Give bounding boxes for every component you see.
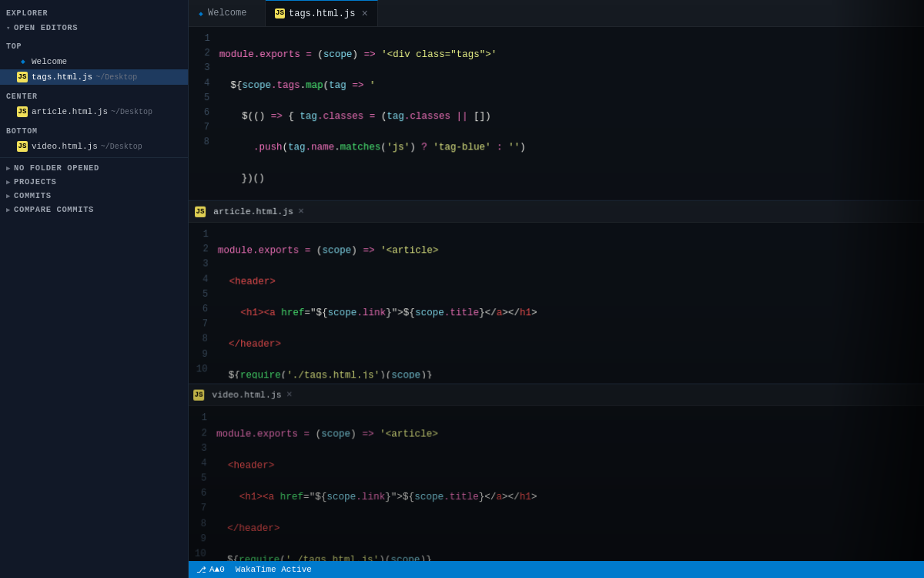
status-git: ⎇ A▲0 (196, 565, 225, 575)
panel-header-video: JS video.html.js × (189, 385, 924, 406)
tab-js-icon-tags: JS (275, 8, 285, 18)
git-branch-label: A▲0 (209, 565, 225, 574)
sidebar-item-video[interactable]: JS video.html.js ~/Desktop (0, 139, 188, 154)
compare-commits-label: COMPARE COMMITS (14, 205, 94, 214)
status-wakatime: WakaTime Active (236, 565, 312, 574)
main-editor: ⬥ Welcome JS tags.html.js × 12345678 mod… (189, 0, 924, 578)
panel-header-article: JS article.html.js × (189, 201, 924, 223)
open-editors-chevron: ▾ (6, 24, 11, 32)
sidebar-item-article[interactable]: JS article.html.js ~/Desktop (0, 104, 188, 119)
compare-commits-chevron: ▶ (6, 206, 11, 214)
code-content-tags: 12345678 module.exports = (scope) => '<d… (189, 27, 924, 200)
commits-chevron: ▶ (6, 192, 11, 200)
tab-close-tags[interactable]: × (361, 8, 367, 19)
js-icon-article: JS (17, 106, 28, 117)
top-group-label: TOP (0, 35, 188, 54)
tags-label: tags.html.js (32, 72, 92, 82)
line-numbers-tags: 12345678 (189, 32, 219, 196)
article-label: article.html.js (32, 107, 108, 116)
code-lines-video: module.exports = (scope) => '<article> <… (216, 411, 924, 578)
panel-video: JS video.html.js × 123456789101112 modul… (189, 385, 924, 578)
welcome-label: Welcome (32, 57, 67, 66)
status-bar: ⎇ A▲0 WakaTime Active (189, 561, 924, 578)
sidebar-item-tags[interactable]: JS tags.html.js ~/Desktop (0, 69, 188, 85)
explorer-title: EXPLORER (0, 2, 188, 21)
git-branch-icon: ⎇ (196, 565, 206, 575)
sidebar-divider-1 (0, 157, 188, 158)
tab-welcome[interactable]: ⬥ Welcome (189, 0, 266, 26)
vs-icon: ⬥ (17, 56, 28, 67)
js-icon-tags: JS (17, 72, 28, 82)
panel-tags: 12345678 module.exports = (scope) => '<d… (189, 27, 924, 201)
code-lines-article: module.exports = (scope) => '<article> <… (217, 227, 924, 379)
compare-commits-group[interactable]: ▶ COMPARE COMMITS (0, 203, 188, 217)
no-folder-chevron: ▶ (6, 164, 11, 173)
code-area: 12345678 module.exports = (scope) => '<d… (189, 27, 924, 578)
wakatime-label: WakaTime Active (236, 565, 312, 574)
panel-js-icon-video: JS (193, 389, 204, 400)
tab-bar: ⬥ Welcome JS tags.html.js × (189, 0, 924, 27)
line-numbers-video: 123456789101112 (189, 411, 216, 578)
panel-js-icon-article: JS (195, 206, 206, 217)
tab-tags-label: tags.html.js (289, 8, 355, 19)
panel-article-filename: article.html.js (213, 207, 293, 217)
projects-label: PROJECTS (14, 177, 56, 187)
tab-welcome-label: Welcome (208, 8, 246, 18)
sidebar-item-welcome[interactable]: ⬥ Welcome (0, 54, 188, 69)
tab-tags[interactable]: JS tags.html.js × (266, 0, 378, 26)
projects-chevron: ▶ (6, 178, 11, 187)
panel-article: JS article.html.js × 12345678910 module.… (189, 201, 924, 385)
line-numbers-article: 12345678910 (189, 227, 218, 379)
js-icon-video: JS (17, 141, 28, 152)
commits-label: COMMiTS (14, 191, 52, 200)
video-path: ~/Desktop (101, 143, 142, 151)
tab-vs-icon: ⬥ (198, 8, 204, 19)
video-label: video.html.js (32, 142, 98, 151)
no-folder-label: NO FOLDER OPENED (14, 163, 99, 173)
open-editors-label: OPEN EDITORS (14, 23, 78, 32)
sidebar: EXPLORER ▾ OPEN EDITORS TOP ⬥ Welcome JS… (0, 0, 189, 578)
center-group-label: CENTER (0, 85, 188, 104)
open-editors-group[interactable]: ▾ OPEN EDITORS (0, 21, 188, 35)
panel-article-close[interactable]: × (298, 206, 304, 217)
tags-path: ~/Desktop (95, 73, 137, 82)
projects-group[interactable]: ▶ PROJECTS (0, 175, 188, 189)
article-path: ~/Desktop (111, 108, 152, 116)
panel-video-close[interactable]: × (286, 389, 293, 401)
code-content-article: 12345678910 module.exports = (scope) => … (189, 223, 924, 384)
commits-group[interactable]: ▶ COMMiTS (0, 189, 188, 203)
bottom-group-label: BOTTOM (0, 119, 188, 139)
code-content-video: 123456789101112 module.exports = (scope)… (189, 406, 924, 578)
panel-video-filename: video.html.js (212, 390, 282, 400)
code-lines-tags: module.exports = (scope) => '<div class=… (218, 32, 924, 196)
no-folder-group[interactable]: ▶ NO FOLDER OPENED (0, 161, 188, 175)
